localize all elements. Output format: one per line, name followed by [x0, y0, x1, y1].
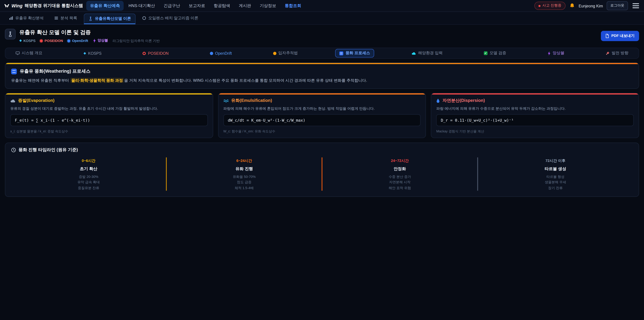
weathering-title: 유출유 풍화(Weathering) 프로세스	[20, 68, 90, 75]
page-header: 유출유 확산 모델 이론 및 검증 ◆ KOSPS POSEIDON OpenD…	[0, 25, 644, 46]
bolt-icon	[92, 39, 96, 43]
timeline-phase-emulsification: 6~24시간 유화 진행 유화율 50-70% 점도 급증 체적 1.5-4배	[167, 157, 322, 191]
card-description: 파랑에 의해 해수가 유류에 혼입되어 점도가 크게 증가하는 현상. 방제 작…	[223, 106, 420, 111]
model-badge-row: ◆ KOSPS POSEIDON OpenDrift 앙상블 라	[19, 38, 160, 43]
pdf-export-button[interactable]: PDF 내보내기	[601, 31, 639, 41]
weathering-highlight: 물리·화학·생물학적 풍화 과정	[70, 78, 124, 83]
evaporation-formula: F_e(t) = ∑ x_i·(1 - e^(-k_ei·t))	[10, 114, 208, 126]
nav-item-integrated-search[interactable]: 통합조회	[281, 1, 305, 11]
nav-item-board[interactable]: 게시판	[235, 1, 255, 11]
phase-details: 수중 분산 증가 자연분해 시작 해안 표착 위험	[322, 174, 477, 190]
page-flask-icon	[5, 29, 16, 40]
section-item-weathering-process[interactable]: 풍화 프로세스	[335, 49, 374, 57]
card-title: 자연분산(Dispersion)	[442, 98, 485, 104]
clock-icon	[11, 148, 16, 152]
ring-icon	[142, 16, 146, 20]
tab-label: 오일펜스 배치 알고리즘 이론	[148, 16, 198, 21]
tab-oil-fence-algorithm-theory[interactable]: 오일펜스 배치 알고리즘 이론	[138, 12, 202, 24]
logout-button[interactable]: 로그아웃	[606, 1, 628, 10]
badge-opendrift: OpenDrift	[68, 39, 88, 43]
main-menu: 유출유 확산예측 HNS·대기확산 긴급구난 보고자료 항공탐색 게시판 기상정…	[86, 1, 305, 11]
card-footnote: W_c: 함수율 / K_em: 유화 속도상수	[223, 129, 420, 134]
weathering-description: 유출유는 해면에 유출된 직후부터 물리·화학·생물학적 풍화 과정을 거쳐 지…	[11, 78, 633, 84]
pdf-button-label: PDF 내보내기	[611, 33, 634, 39]
tab-spill-analysis[interactable]: 유출유 확산분석	[5, 12, 48, 24]
phase-details: 타르볼 형성 생물분해 우세 장기 잔류	[478, 174, 633, 190]
hamburger-menu-button[interactable]	[632, 3, 640, 9]
nav-item-weather-info[interactable]: 기상정보	[256, 1, 280, 11]
timeline-title: 풍화 진행 타임라인 (원유 기준)	[18, 147, 78, 153]
top-nav: Wing 해양환경 위기대응 통합시스템 유출유 확산예측 HNS·대기확산 긴…	[0, 0, 644, 12]
badge-ensemble: 앙상블	[92, 38, 108, 43]
section-item-ensemble[interactable]: 앙상블	[544, 49, 568, 57]
card-title: 증발(Evaporation)	[18, 98, 54, 104]
flask-icon	[88, 17, 93, 21]
badge-poseidon: POSEIDON	[40, 39, 63, 43]
section-item-marine-environment-input[interactable]: 해양환경 입력	[408, 49, 446, 57]
phase-time: 24~72시간	[322, 158, 477, 164]
section-nav: 시스템 개요 ◆ KOSPS POSEIDON OpenDrift 입자추적법 …	[5, 48, 639, 59]
phase-name: 초기 확산	[11, 166, 166, 172]
section-item-kosps[interactable]: ◆ KOSPS	[80, 50, 105, 57]
target-icon	[143, 52, 146, 55]
card-dispersion: 자연분산(Dispersion) 파랑 에너지에 의해 유류가 수중으로 분산되…	[431, 93, 639, 138]
tab-analysis-list[interactable]: 분석 목록	[50, 12, 81, 24]
incident-badge-label: 사고 진행중	[542, 3, 562, 8]
check-icon: ✓	[484, 51, 488, 55]
cloud-icon	[10, 99, 16, 103]
section-item-poseidon[interactable]: POSEIDON	[139, 50, 172, 57]
phase-time: 6~24시간	[167, 158, 322, 164]
list-icon	[54, 16, 58, 20]
timeline-phase-tarball: 72시간 이후 타르볼 생성 타르볼 형성 생물분해 우세 장기 잔류	[478, 157, 633, 191]
chart-icon	[9, 16, 13, 20]
card-footnote: x_i: 성분별 몰분율 / k_ei: 증발 속도상수	[10, 129, 208, 134]
card-accent-bar	[5, 94, 213, 95]
notifications-button[interactable]	[569, 3, 575, 9]
card-accent-bar	[431, 94, 639, 95]
phase-details: 증발 20-30% 유막 급속 확대 중질유분 잔류	[11, 174, 166, 190]
app-logo[interactable]: Wing 해양환경 위기대응 통합시스템	[4, 3, 83, 9]
tab-diffusion-model-theory[interactable]: 유출유확산모델 이론	[84, 14, 136, 24]
cloud-icon	[412, 52, 416, 55]
sub-tab-bar: 유출유 확산분석 분석 목록 유출유확산모델 이론 오일펜스 배치 알고리즘 이…	[0, 12, 644, 25]
card-evaporation: 증발(Evaporation) 유류의 경질 성분이 대기로 증발하는 과정. …	[5, 93, 213, 138]
logo-text: Wing	[12, 3, 23, 8]
section-item-model-validation[interactable]: ✓ 모델 검증	[480, 49, 510, 57]
section-item-future-direction[interactable]: 발전 방향	[602, 49, 632, 57]
bolt-icon	[548, 51, 551, 55]
weathering-overview-card: 유출유 풍화(Weathering) 프로세스 유출유는 해면에 유출된 직후부…	[5, 62, 639, 89]
timeline-header: 풍화 진행 타임라인 (원유 기준)	[11, 147, 633, 153]
timeline-phase-stabilization: 24~72시간 안정화 수중 분산 증가 자연분해 시작 해안 표착 위험	[322, 157, 477, 191]
weathering-section-icon	[11, 69, 17, 74]
weathering-header: 유출유 풍화(Weathering) 프로세스	[11, 68, 633, 75]
diamond-icon: ◆	[84, 52, 86, 55]
rocket-icon	[606, 51, 610, 55]
card-accent-bar	[218, 94, 426, 95]
app-root: Wing 해양환경 위기대응 통합시스템 유출유 확산예측 HNS·대기확산 긴…	[0, 0, 644, 320]
pdf-doc-icon	[606, 34, 609, 38]
section-item-system-overview[interactable]: 시스템 개요	[12, 49, 46, 57]
card-description: 파랑 에너지에 의해 유류가 수중으로 분산되어 유막 두께가 감소하는 과정입…	[436, 106, 634, 111]
card-emulsification: 유화(Emulsification) 파랑에 의해 해수가 유류에 혼입되어 점…	[218, 93, 426, 138]
dispersion-formula: D_r = 0.11·(U_w+U_c)²·(1+U_w)⁻¹	[436, 114, 634, 126]
accent-bar	[5, 63, 639, 64]
section-item-particle-tracking[interactable]: 입자추적법	[269, 49, 301, 57]
incident-status-badge[interactable]: 사고 진행중	[534, 2, 566, 10]
phase-name: 타르볼 생성	[478, 166, 633, 172]
monitor-icon	[16, 51, 20, 55]
bell-icon	[569, 3, 575, 9]
droplet-icon	[436, 98, 440, 103]
nav-item-hns-atmospheric[interactable]: HNS·대기확산	[125, 1, 159, 11]
blue-dot-icon	[68, 39, 70, 42]
system-title: 해양환경 위기대응 통합시스템	[24, 3, 83, 9]
nav-item-emergency-rescue[interactable]: 긴급구난	[160, 1, 184, 11]
card-footnote: Mackay 경험식 기반 분산율 계산	[436, 129, 634, 134]
tab-label: 유출유 확산분석	[15, 16, 44, 21]
weathering-icon	[339, 51, 343, 55]
section-item-opendrift[interactable]: OpenDrift	[206, 50, 236, 57]
nav-item-aerial-search[interactable]: 항공탐색	[210, 1, 234, 11]
timeline-phase-initial-spread: 0~6시간 초기 확산 증발 20-30% 유막 급속 확대 중질유분 잔류	[11, 157, 166, 191]
nav-item-oil-spill-prediction[interactable]: 유출유 확산예측	[86, 1, 124, 11]
nav-item-report-materials[interactable]: 보고자료	[185, 1, 209, 11]
phase-name: 유화 진행	[167, 166, 322, 172]
